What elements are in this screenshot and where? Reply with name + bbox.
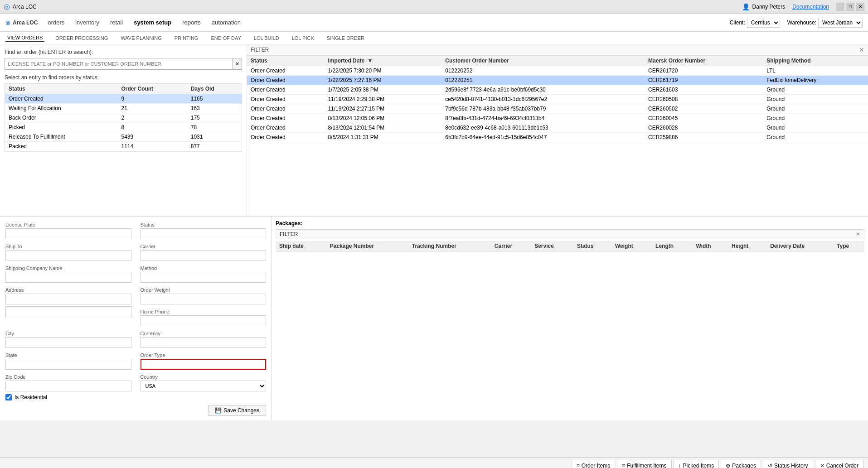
docs-link[interactable]: Documentation	[792, 4, 829, 10]
city-input[interactable]: West Jordan	[5, 337, 131, 348]
cust-order-cell: 2d596e8f-7723-4e6a-a91c-be0bf69d5c30	[441, 85, 645, 95]
state-field: State UT	[5, 352, 131, 370]
pkg-col-length[interactable]: Length	[652, 241, 692, 251]
warehouse-dropdown[interactable]: West Jordan	[818, 18, 863, 28]
orders-table-row[interactable]: Order Created 1/22/2025 7:30:20 PM 01222…	[247, 66, 868, 76]
nav-orders[interactable]: orders	[47, 17, 65, 28]
pkg-col-package-number[interactable]: Package Number	[326, 241, 408, 251]
is-residential-checkbox[interactable]	[5, 394, 12, 400]
country-select[interactable]: USA	[141, 381, 267, 391]
client-dropdown[interactable]: Cerritus	[747, 18, 780, 28]
filter-close-icon[interactable]: ✕	[859, 46, 864, 53]
pkg-col-carrier[interactable]: Carrier	[491, 241, 531, 251]
method-input[interactable]: FedExHomeDelivery	[141, 272, 267, 283]
close-button[interactable]: ✕	[856, 3, 864, 11]
orders-scroll[interactable]: Status Imported Date ▼ Customer Order Nu…	[247, 56, 868, 216]
orders-table-row[interactable]: Order Created 1/22/2025 7:27:16 PM 01222…	[247, 76, 868, 85]
nav-inventory[interactable]: inventory	[74, 17, 100, 28]
detail-section: License Plate CER261719 Status Order Cre…	[0, 217, 868, 420]
license-plate-input[interactable]: CER261719	[5, 228, 131, 239]
subnav-wave-planning[interactable]: WAVE PLANNING	[119, 34, 163, 42]
pkg-col-type[interactable]: Type	[833, 241, 864, 251]
maersk-cell: CER261719	[645, 76, 763, 85]
col-order-status[interactable]: Status	[247, 56, 324, 66]
status-input[interactable]: Order Created	[141, 228, 267, 239]
col-maersk-order-number[interactable]: Maersk Order Number	[645, 56, 763, 66]
pkg-col-status[interactable]: Status	[573, 241, 611, 251]
order-items-button[interactable]: ≡ Order Items	[572, 460, 615, 468]
maersk-cell: CER261603	[645, 85, 763, 95]
home-phone-input[interactable]: 5555555555	[141, 315, 267, 326]
order-type-label: Order Type	[141, 352, 267, 358]
subnav-view-orders[interactable]: VIEW ORDERS	[5, 34, 44, 42]
order-type-input[interactable]: Standard	[141, 359, 267, 370]
zip-input[interactable]: 84081	[5, 381, 131, 391]
address-label: Address	[5, 287, 131, 293]
orders-table-row[interactable]: Order Created 8/13/2024 12:05:06 PM 8f7e…	[247, 114, 868, 123]
user-info: 👤 Danny Peters	[742, 3, 786, 10]
sort-arrow-icon: ▼	[367, 58, 373, 64]
status-table-row[interactable]: Released To Fulfillment 5439 1031	[5, 132, 242, 142]
currency-input[interactable]: USD	[141, 337, 267, 348]
pkg-col-weight[interactable]: Weight	[611, 241, 652, 251]
orders-table-row[interactable]: Order Created 8/13/2024 12:01:54 PM 8e0c…	[247, 123, 868, 133]
search-clear-button[interactable]: ✕	[233, 58, 242, 70]
pkg-col-delivery-date[interactable]: Delivery Date	[766, 241, 833, 251]
subnav-order-processing[interactable]: ORDER PROCESSING	[53, 34, 110, 42]
nav-automation[interactable]: automation	[211, 17, 242, 28]
days-cell: 1165	[187, 94, 242, 104]
address2-input[interactable]	[5, 306, 131, 317]
save-changes-button[interactable]: 💾 Save Changes	[208, 405, 266, 416]
nav-reports[interactable]: reports	[181, 17, 201, 28]
minimize-button[interactable]: —	[836, 3, 844, 11]
status-table: Status Order Count Days Old Order Create…	[5, 84, 242, 151]
address1-input[interactable]: 123 Fake St	[5, 294, 131, 304]
col-shipping-method[interactable]: Shipping Method	[763, 56, 868, 66]
ship-method-cell: Ground	[763, 123, 868, 133]
fulfillment-items-button[interactable]: ≡ Fulfillment Items	[617, 460, 671, 468]
status-table-row[interactable]: Waiting For Allocation 21 163	[5, 104, 242, 113]
packages-toolbar-button[interactable]: ⊕ Packages	[721, 460, 761, 468]
subnav-lol-pick[interactable]: LOL PICK	[290, 34, 316, 42]
subnav-single-order[interactable]: SINGLE ORDER	[325, 34, 366, 42]
packages-filter-close-icon[interactable]: ✕	[856, 231, 860, 237]
subnav-printing[interactable]: PRINTING	[173, 34, 200, 42]
order-weight-input[interactable]: 0	[141, 294, 267, 304]
subnav-lol-build[interactable]: LOL BUILD	[252, 34, 281, 42]
imported-cell: 8/5/2024 1:31:31 PM	[324, 133, 441, 142]
ship-to-label: Ship To	[5, 244, 131, 249]
pkg-col-height[interactable]: Height	[728, 241, 766, 251]
orders-table-row[interactable]: Order Created 8/5/2024 1:31:31 PM 6b3fc7…	[247, 133, 868, 142]
status-table-row[interactable]: Packed 1114 877	[5, 142, 242, 151]
pkg-col-tracking-number[interactable]: Tracking Number	[408, 241, 491, 251]
orders-table-row[interactable]: Order Created 11/19/2024 2:27:15 PM 7bf9…	[247, 104, 868, 114]
state-input[interactable]: UT	[5, 359, 131, 370]
status-history-button[interactable]: ↺ Status History	[763, 460, 813, 468]
pkg-col-width[interactable]: Width	[692, 241, 728, 251]
nav-system-setup[interactable]: system setup	[133, 17, 172, 28]
ship-to-input[interactable]: Danny Test	[5, 250, 131, 261]
warehouse-selector: Warehouse: West Jordan	[787, 18, 863, 28]
carrier-label: Carrier	[141, 244, 267, 249]
state-label: State	[5, 352, 131, 358]
pkg-col-service[interactable]: Service	[531, 241, 573, 251]
pkg-col-ship-date[interactable]: Ship date	[276, 241, 326, 251]
status-table-row[interactable]: Order Created 9 1165	[5, 94, 242, 104]
cancel-order-button[interactable]: ✕ Cancel Order	[815, 460, 863, 468]
status-table-container[interactable]: Status Order Count Days Old Order Create…	[5, 83, 242, 152]
picked-items-button[interactable]: ↑ Picked Items	[674, 460, 719, 468]
search-input[interactable]	[5, 58, 233, 70]
nav-retail[interactable]: retail	[109, 17, 124, 28]
shipping-company-input[interactable]	[5, 272, 131, 283]
col-customer-order-number[interactable]: Customer Order Number	[441, 56, 645, 66]
orders-table-row[interactable]: Order Created 1/7/2025 2:05:38 PM 2d596e…	[247, 85, 868, 95]
carrier-input[interactable]: FedEx	[141, 250, 267, 261]
col-imported-date[interactable]: Imported Date ▼	[324, 56, 441, 66]
subnav: VIEW ORDERS ORDER PROCESSING WAVE PLANNI…	[0, 32, 868, 44]
status-cell: Order Created	[5, 94, 117, 104]
maximize-button[interactable]: □	[846, 3, 854, 11]
orders-table-row[interactable]: Order Created 11/19/2024 2:29:38 PM ce54…	[247, 95, 868, 104]
status-table-row[interactable]: Back Order 2 175	[5, 113, 242, 123]
status-table-row[interactable]: Picked 8 78	[5, 123, 242, 132]
subnav-end-of-day[interactable]: END OF DAY	[209, 34, 242, 42]
